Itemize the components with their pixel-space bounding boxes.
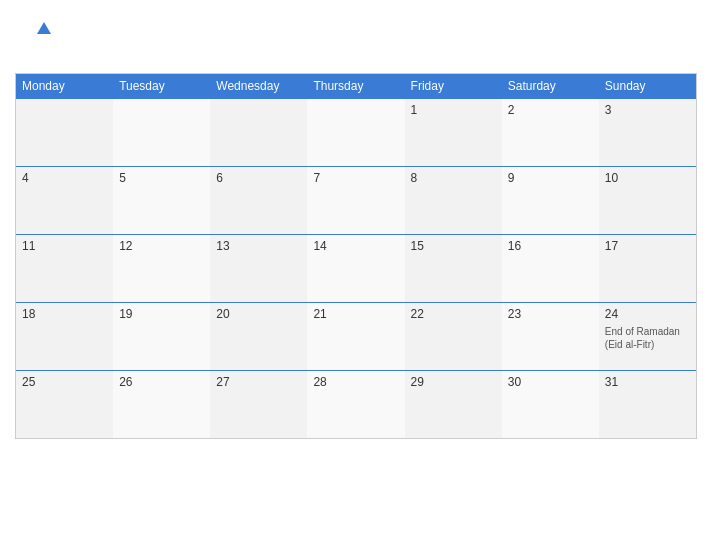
- cell-date-2: 2: [508, 103, 593, 117]
- cal-cell-17: 17: [599, 234, 696, 302]
- cell-date-26: 26: [119, 375, 204, 389]
- cal-cell-28: 28: [307, 370, 404, 438]
- cal-cell-5: 5: [113, 166, 210, 234]
- day-headers-row: MondayTuesdayWednesdayThursdayFridaySatu…: [16, 74, 696, 98]
- cell-date-18: 18: [22, 307, 107, 321]
- cal-cell-20: 20: [210, 302, 307, 370]
- cal-cell-15: 15: [405, 234, 502, 302]
- cal-cell-25: 25: [16, 370, 113, 438]
- cal-cell-30: 30: [502, 370, 599, 438]
- cell-date-28: 28: [313, 375, 398, 389]
- cell-date-22: 22: [411, 307, 496, 321]
- day-header-thursday: Thursday: [307, 74, 404, 98]
- cell-date-20: 20: [216, 307, 301, 321]
- cell-date-9: 9: [508, 171, 593, 185]
- cal-cell-22: 22: [405, 302, 502, 370]
- cell-date-10: 10: [605, 171, 690, 185]
- cal-cell-27: 27: [210, 370, 307, 438]
- cal-cell-empty-0-1: [113, 98, 210, 166]
- cell-date-29: 29: [411, 375, 496, 389]
- cell-date-30: 30: [508, 375, 593, 389]
- cal-cell-empty-0-2: [210, 98, 307, 166]
- day-header-tuesday: Tuesday: [113, 74, 210, 98]
- cal-cell-12: 12: [113, 234, 210, 302]
- cal-cell-11: 11: [16, 234, 113, 302]
- cal-cell-31: 31: [599, 370, 696, 438]
- cell-date-12: 12: [119, 239, 204, 253]
- cal-cell-19: 19: [113, 302, 210, 370]
- day-header-sunday: Sunday: [599, 74, 696, 98]
- cell-date-8: 8: [411, 171, 496, 185]
- cal-cell-2: 2: [502, 98, 599, 166]
- day-header-saturday: Saturday: [502, 74, 599, 98]
- day-header-monday: Monday: [16, 74, 113, 98]
- cell-date-19: 19: [119, 307, 204, 321]
- cell-date-21: 21: [313, 307, 398, 321]
- cell-date-7: 7: [313, 171, 398, 185]
- day-header-friday: Friday: [405, 74, 502, 98]
- cal-cell-empty-0-0: [16, 98, 113, 166]
- cell-date-17: 17: [605, 239, 690, 253]
- cell-date-25: 25: [22, 375, 107, 389]
- cal-cell-10: 10: [599, 166, 696, 234]
- cell-date-4: 4: [22, 171, 107, 185]
- cal-cell-24: 24End of Ramadan (Eid al-Fitr): [599, 302, 696, 370]
- calendar-grid: 123456789101112131415161718192021222324E…: [16, 98, 696, 438]
- cell-date-23: 23: [508, 307, 593, 321]
- cell-date-11: 11: [22, 239, 107, 253]
- logo: [35, 22, 51, 34]
- cell-date-3: 3: [605, 103, 690, 117]
- cal-cell-13: 13: [210, 234, 307, 302]
- cal-cell-7: 7: [307, 166, 404, 234]
- cal-cell-3: 3: [599, 98, 696, 166]
- cal-cell-8: 8: [405, 166, 502, 234]
- cal-cell-empty-0-3: [307, 98, 404, 166]
- cal-cell-23: 23: [502, 302, 599, 370]
- cell-date-13: 13: [216, 239, 301, 253]
- cal-cell-21: 21: [307, 302, 404, 370]
- cell-date-31: 31: [605, 375, 690, 389]
- cell-date-16: 16: [508, 239, 593, 253]
- cell-date-1: 1: [411, 103, 496, 117]
- calendar: MondayTuesdayWednesdayThursdayFridaySatu…: [15, 73, 697, 439]
- day-header-wednesday: Wednesday: [210, 74, 307, 98]
- cell-date-27: 27: [216, 375, 301, 389]
- cal-cell-14: 14: [307, 234, 404, 302]
- cell-date-24: 24: [605, 307, 690, 321]
- cell-date-15: 15: [411, 239, 496, 253]
- cal-cell-4: 4: [16, 166, 113, 234]
- cal-cell-18: 18: [16, 302, 113, 370]
- cal-cell-29: 29: [405, 370, 502, 438]
- cal-cell-1: 1: [405, 98, 502, 166]
- cal-cell-26: 26: [113, 370, 210, 438]
- cell-event-24: End of Ramadan (Eid al-Fitr): [605, 325, 690, 351]
- cal-cell-6: 6: [210, 166, 307, 234]
- cal-cell-9: 9: [502, 166, 599, 234]
- logo-triangle-icon: [37, 22, 51, 34]
- cal-cell-16: 16: [502, 234, 599, 302]
- cell-date-14: 14: [313, 239, 398, 253]
- cell-date-6: 6: [216, 171, 301, 185]
- cell-date-5: 5: [119, 171, 204, 185]
